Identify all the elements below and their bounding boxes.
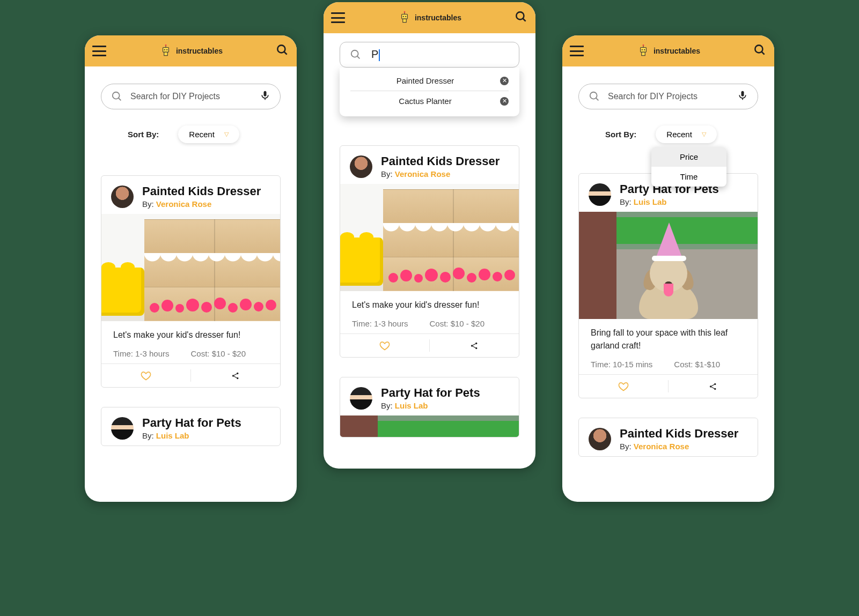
svg-point-22 — [404, 11, 406, 13]
svg-point-37 — [643, 44, 644, 46]
brand-name: instructables — [654, 47, 700, 55]
robot-icon — [159, 44, 173, 58]
card-meta: Time: 10-15 mins Cost: $1-$10 — [591, 360, 746, 369]
svg-line-7 — [284, 51, 287, 54]
phone-screen-sort-open: instructables Sort By: Recent ▽ Price Ti… — [562, 35, 774, 502]
card-header: Painted Kids Dresser By: Veronica Rose — [101, 176, 280, 214]
avatar[interactable] — [589, 183, 611, 206]
remove-suggestion-icon[interactable]: ✕ — [500, 77, 509, 85]
card-image — [579, 212, 758, 319]
svg-point-3 — [166, 49, 167, 50]
brand-logo[interactable]: instructables — [636, 44, 700, 58]
mic-icon[interactable] — [737, 90, 748, 103]
suggestion-text: Painted Dresser — [350, 76, 500, 85]
project-card-pets[interactable]: Party Hat for Pets By: Luis Lab — [101, 407, 281, 446]
project-card-pets[interactable]: Party Hat for Pets By: Luis Lab — [578, 173, 758, 398]
brand-logo[interactable]: instructables — [159, 44, 223, 58]
svg-point-5 — [165, 44, 167, 46]
search-input[interactable] — [608, 92, 730, 101]
svg-line-24 — [523, 18, 525, 21]
search-bar[interactable] — [578, 84, 758, 109]
svg-line-47 — [711, 384, 714, 386]
card-list: Painted Kids Dresser By: Veronica Rose — [101, 175, 281, 451]
project-card-pets[interactable]: Party Hat for Pets By: Luis Lab — [340, 377, 519, 437]
search-input[interactable] — [130, 92, 252, 101]
author-link[interactable]: Veronica Rose — [395, 169, 450, 179]
by-prefix: By: — [381, 401, 395, 410]
share-button[interactable] — [191, 364, 281, 387]
card-actions — [101, 363, 280, 387]
card-byline: By: Luis Lab — [142, 431, 241, 440]
sort-dropdown-trigger[interactable]: Recent ▽ — [656, 125, 717, 143]
robot-icon — [636, 44, 650, 58]
sort-dropdown-trigger[interactable]: Recent ▽ — [178, 125, 239, 143]
svg-rect-17 — [402, 14, 408, 19]
card-cost: Cost: $10 - $20 — [190, 349, 246, 358]
avatar[interactable] — [111, 185, 134, 208]
suggestion-item[interactable]: Painted Dresser ✕ — [340, 71, 519, 91]
svg-point-29 — [475, 347, 477, 348]
menu-icon[interactable] — [570, 46, 584, 56]
project-card-dresser[interactable]: Painted Kids Dresser By: Veronica Rose — [101, 175, 281, 388]
card-title: Painted Kids Dresser — [381, 154, 500, 168]
sort-control: Sort By: Recent ▽ Price Time — [605, 125, 758, 143]
share-button[interactable] — [430, 334, 519, 357]
app-header: instructables — [85, 35, 297, 66]
by-prefix: By: — [620, 442, 634, 451]
search-icon — [111, 91, 123, 102]
svg-point-2 — [164, 49, 165, 50]
svg-rect-0 — [163, 48, 169, 53]
svg-point-13 — [237, 372, 238, 374]
author-link[interactable]: Veronica Rose — [156, 199, 211, 209]
svg-rect-32 — [641, 48, 647, 53]
project-card-dresser[interactable]: Painted Kids Dresser By: Veronica Rose — [578, 418, 758, 457]
card-header: Party Hat for Pets By: Luis Lab — [340, 377, 519, 415]
chevron-down-icon: ▽ — [224, 131, 229, 138]
card-description: Let's make your kid's dresser fun! — [113, 329, 268, 342]
share-button[interactable] — [669, 375, 758, 398]
avatar[interactable] — [350, 387, 372, 410]
sort-option-price[interactable]: Price — [651, 147, 726, 167]
menu-icon[interactable] — [92, 46, 106, 56]
svg-point-19 — [403, 16, 404, 17]
avatar[interactable] — [111, 417, 134, 440]
search-bar[interactable] — [101, 84, 281, 109]
card-image — [340, 415, 519, 437]
card-byline: By: Luis Lab — [381, 401, 480, 410]
mic-icon[interactable] — [260, 90, 270, 103]
author-link[interactable]: Veronica Rose — [634, 442, 689, 451]
svg-point-28 — [475, 342, 477, 344]
svg-point-14 — [237, 377, 238, 378]
search-icon[interactable] — [753, 43, 767, 59]
favorite-button[interactable] — [579, 375, 669, 398]
svg-point-20 — [405, 16, 406, 17]
author-link[interactable]: Luis Lab — [156, 431, 189, 440]
project-card-dresser[interactable]: Painted Kids Dresser By: Veronica Rose — [340, 145, 519, 358]
search-input-active[interactable]: P — [340, 42, 519, 68]
brand-logo[interactable]: instructables — [398, 11, 461, 25]
remove-suggestion-icon[interactable]: ✕ — [500, 97, 509, 106]
menu-icon[interactable] — [331, 12, 345, 23]
favorite-button[interactable] — [101, 364, 191, 387]
card-byline: By: Veronica Rose — [381, 169, 500, 179]
svg-point-34 — [642, 49, 643, 50]
search-icon[interactable] — [514, 10, 528, 26]
avatar[interactable] — [589, 428, 611, 450]
svg-rect-33 — [642, 52, 645, 56]
suggestion-item[interactable]: Cactus Planter ✕ — [340, 91, 519, 111]
author-link[interactable]: Luis Lab — [395, 401, 428, 410]
card-body: Bring fall to your space with this leaf … — [579, 319, 758, 374]
author-link[interactable]: Luis Lab — [634, 197, 667, 206]
favorite-button[interactable] — [340, 334, 430, 357]
svg-rect-42 — [741, 91, 744, 97]
search-icon — [350, 49, 362, 61]
card-body: Let's make your kid's dresser fun! Time:… — [101, 321, 280, 363]
card-image — [101, 214, 280, 321]
sort-option-time[interactable]: Time — [651, 167, 726, 187]
search-icon[interactable] — [275, 43, 289, 59]
svg-point-6 — [277, 45, 285, 53]
phone-screen-default: instructables Sort By: Recent ▽ — [85, 35, 297, 502]
robot-icon — [398, 11, 412, 25]
avatar[interactable] — [350, 155, 372, 178]
content-area: Sort By: Recent ▽ Painted Kids Dresser B… — [85, 66, 297, 451]
